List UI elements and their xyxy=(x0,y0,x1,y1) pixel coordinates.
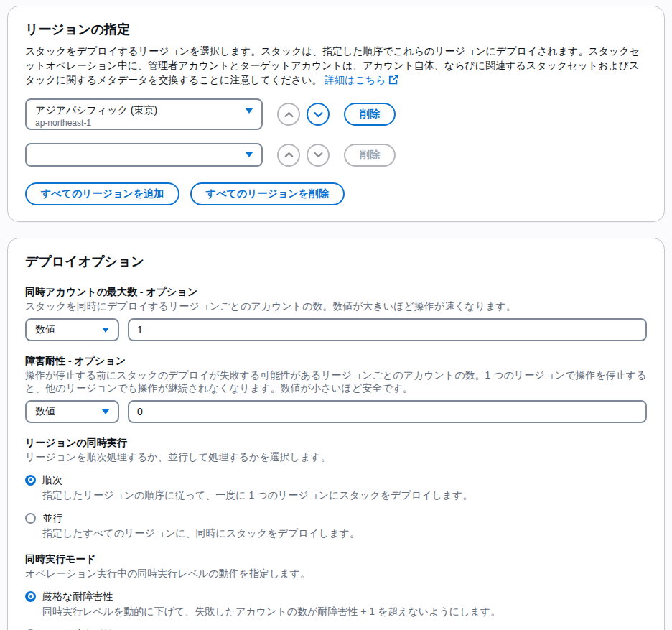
radio-parallel[interactable]: 並行 xyxy=(25,511,647,525)
chevron-down-icon xyxy=(246,152,253,157)
field-description: リージョンを順次処理するか、並行して処理するかを選択します。 xyxy=(25,450,647,463)
regions-card-title: リージョンの指定 xyxy=(25,18,647,44)
radio-unchecked-icon xyxy=(25,513,36,524)
field-label: 同時実行モード xyxy=(25,552,647,566)
remove-region-button[interactable]: 削除 xyxy=(344,144,396,167)
region-concurrency-field: リージョンの同時実行 リージョンを順次処理するか、並行して処理するかを選択します… xyxy=(25,435,647,539)
radio-checked-icon xyxy=(25,591,36,602)
max-concurrent-accounts-field: 同時アカウントの最大数 - オプション スタックを同時にデプロイするリージョンご… xyxy=(25,284,647,341)
region-select-1[interactable]: アジアパシフィック (東京) ap-northeast-1 xyxy=(25,98,263,130)
radio-option-sequential: 順次 指定したリージョンの順序に従って、一度に 1 つのリージョンにスタックをデ… xyxy=(25,473,647,501)
radio-sequential[interactable]: 順次 xyxy=(25,473,647,487)
remove-all-regions-button[interactable]: すべてのリージョンを削除 xyxy=(190,182,345,205)
chevron-up-icon xyxy=(284,111,294,118)
concurrency-mode-field: 同時実行モード オペレーション実行中の同時実行レベルの動作を指定します。 厳格な… xyxy=(25,552,647,630)
radio-option-parallel: 並行 指定したすべてのリージョンに、同時にスタックをデプロイします。 xyxy=(25,511,647,539)
chevron-down-icon xyxy=(314,152,323,158)
max-accounts-input[interactable] xyxy=(128,318,647,341)
learn-more-link[interactable]: 詳細はこちら xyxy=(325,74,398,85)
field-label: 障害耐性 - オプション xyxy=(25,353,647,368)
field-description: 操作が停止する前にスタックのデプロイが失敗する可能性があるリージョンごとのアカウ… xyxy=(25,369,647,394)
add-all-regions-button[interactable]: すべてのリージョンを追加 xyxy=(25,182,179,205)
radio-description: 指定したリージョンの順序に従って、一度に 1 つのリージョンにスタックをデプロイ… xyxy=(42,488,647,501)
max-accounts-type-select[interactable]: 数値 xyxy=(25,318,119,341)
chevron-down-icon xyxy=(314,111,323,118)
chevron-down-icon xyxy=(246,108,253,114)
field-label: 同時アカウントの最大数 - オプション xyxy=(25,284,647,299)
radio-description: 同時実行レベルを動的に下げて、失敗したアカウントの数が耐障害性 + 1 を超えな… xyxy=(42,605,647,618)
region-select-1-value: アジアパシフィック (東京) xyxy=(35,104,157,117)
deployment-options-title: デプロイオプション xyxy=(25,250,647,276)
move-region-up-button[interactable] xyxy=(277,144,300,167)
radio-strict-failure-tolerance[interactable]: 厳格な耐障害性 xyxy=(25,589,647,603)
specify-regions-card: リージョンの指定 スタックをデプロイするリージョンを選択します。スタックは、指定… xyxy=(7,6,665,222)
field-label: リージョンの同時実行 xyxy=(25,435,647,450)
region-row: アジアパシフィック (東京) ap-northeast-1 削除 xyxy=(25,98,647,130)
external-link-icon xyxy=(388,75,398,85)
field-description: オペレーション実行中の同時実行レベルの動作を指定します。 xyxy=(25,567,647,580)
bulk-actions-row: すべてのリージョンを追加 すべてのリージョンを削除 xyxy=(25,182,647,207)
radio-checked-icon xyxy=(25,475,36,486)
regions-card-description: スタックをデプロイするリージョンを選択します。スタックは、指定した順序でこれらの… xyxy=(25,44,647,87)
chevron-down-icon xyxy=(102,409,109,414)
chevron-up-icon xyxy=(284,152,294,158)
failure-tolerance-type-select[interactable]: 数値 xyxy=(25,400,119,423)
radio-soft-failure-tolerance[interactable]: ソフト障害耐性 xyxy=(25,627,647,630)
deployment-options-card: デプロイオプション 同時アカウントの最大数 - オプション スタックを同時にデプ… xyxy=(7,238,665,630)
failure-tolerance-input[interactable] xyxy=(128,400,647,423)
field-description: スタックを同時にデプロイするリージョンごとのアカウントの数。数値が大きいほど操作… xyxy=(25,300,647,312)
remove-region-button[interactable]: 削除 xyxy=(344,103,396,126)
failure-tolerance-field: 障害耐性 - オプション 操作が停止する前にスタックのデプロイが失敗する可能性が… xyxy=(25,353,647,423)
region-select-1-code: ap-northeast-1 xyxy=(35,118,253,129)
radio-description: 指定したすべてのリージョンに、同時にスタックをデプロイします。 xyxy=(42,527,647,539)
region-select-2[interactable] xyxy=(25,143,263,167)
radio-option-strict-failure-tolerance: 厳格な耐障害性 同時実行レベルを動的に下げて、失敗したアカウントの数が耐障害性 … xyxy=(25,589,647,618)
move-region-up-button[interactable] xyxy=(277,103,300,126)
radio-option-soft-failure-tolerance: ソフト障害耐性 常に指定された同時実行レベルで実行します。 xyxy=(25,627,647,630)
move-region-down-button[interactable] xyxy=(307,103,330,126)
move-region-down-button[interactable] xyxy=(307,144,330,167)
chevron-down-icon xyxy=(102,328,109,333)
region-row: 削除 xyxy=(25,143,647,167)
